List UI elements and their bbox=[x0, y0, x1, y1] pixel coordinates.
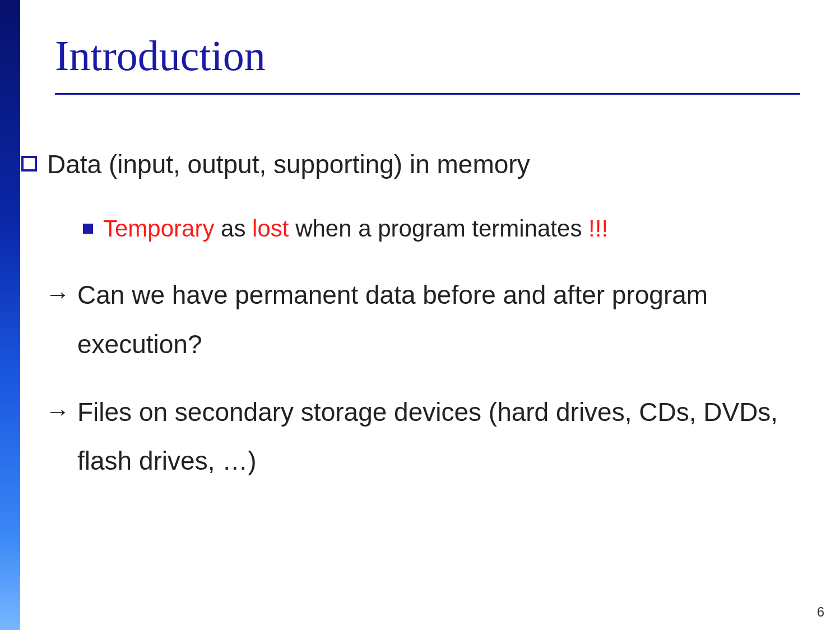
arrow-right-icon: → bbox=[48, 388, 67, 435]
bullet-text: Data (input, output, supporting) in memo… bbox=[47, 140, 817, 189]
page-number: 6 bbox=[817, 604, 824, 620]
square-outline-icon bbox=[21, 156, 37, 172]
highlight-red: lost bbox=[252, 215, 289, 242]
highlight-red: Temporary bbox=[103, 215, 214, 242]
title-underline bbox=[55, 93, 800, 95]
bullet-text: Can we have permanent data before and af… bbox=[77, 271, 817, 369]
bullet-level1-arrow: → Can we have permanent data before and … bbox=[21, 271, 817, 369]
square-solid-icon bbox=[83, 224, 93, 234]
highlight-red: !!! bbox=[588, 215, 608, 242]
arrow-right-icon: → bbox=[48, 271, 67, 318]
text-fragment: as bbox=[214, 215, 252, 242]
bullet-level1: Data (input, output, supporting) in memo… bbox=[21, 140, 817, 189]
bullet-text: Temporary as lost when a program termina… bbox=[103, 206, 817, 252]
bullet-level2: Temporary as lost when a program termina… bbox=[21, 206, 817, 252]
bullet-text: Files on secondary storage devices (hard… bbox=[77, 388, 817, 486]
slide: Introduction Data (input, output, suppor… bbox=[0, 0, 840, 630]
side-accent-bar bbox=[0, 0, 20, 630]
bullet-level1-arrow: → Files on secondary storage devices (ha… bbox=[21, 388, 817, 486]
slide-content: Data (input, output, supporting) in memo… bbox=[21, 140, 817, 486]
slide-title: Introduction bbox=[55, 31, 266, 80]
text-fragment: when a program terminates bbox=[289, 215, 588, 242]
